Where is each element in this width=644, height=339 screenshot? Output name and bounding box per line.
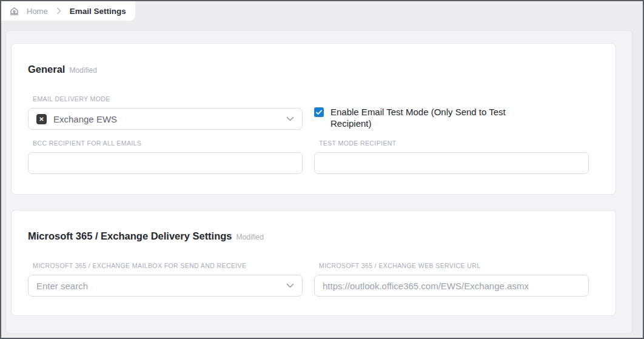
exchange-section-card: Microsoft 365 / Exchange Delivery Settin… — [11, 210, 616, 316]
exchange-mailbox-field: MICROSOFT 365 / EXCHANGE MAILBOX FOR SEN… — [28, 262, 303, 297]
bcc-recipient-field: BCC RECIPIENT FOR ALL EMAILS — [28, 139, 303, 174]
breadcrumb-current-page: Email Settings — [70, 7, 126, 16]
section-title-text: General — [28, 64, 65, 75]
test-mode-recipient-label: TEST MODE RECIPIENT — [319, 139, 589, 147]
test-mode-recipient-input[interactable] — [314, 152, 589, 174]
email-delivery-mode-select[interactable]: ✕ Exchange EWS — [28, 108, 303, 130]
email-test-mode-checkbox[interactable] — [314, 107, 324, 117]
modified-badge: Modified — [69, 66, 96, 75]
email-settings-page: Home Email Settings GeneralModified EMAI… — [0, 0, 644, 339]
web-service-url-input[interactable] — [314, 275, 589, 297]
email-test-mode-group: Enable Email Test Mode (Only Send to Tes… — [314, 106, 589, 130]
web-service-url-label: MICROSOFT 365 / EXCHANGE WEB SERVICE URL — [319, 262, 589, 269]
email-delivery-mode-field: EMAIL DELIVERY MODE ✕ Exchange EWS — [28, 95, 303, 130]
home-icon[interactable] — [9, 6, 19, 16]
general-section-card: GeneralModified EMAIL DELIVERY MODE ✕ Ex… — [11, 43, 616, 195]
bcc-recipient-label: BCC RECIPIENT FOR ALL EMAILS — [33, 139, 303, 147]
chevron-down-icon — [286, 116, 294, 121]
breadcrumb-home-link[interactable]: Home — [27, 7, 48, 16]
modified-badge: Modified — [236, 233, 264, 241]
exchange-mailbox-placeholder: Enter search — [36, 281, 88, 291]
chevron-right-icon — [56, 7, 61, 15]
breadcrumb: Home Email Settings — [1, 1, 135, 21]
exchange-mailbox-select[interactable]: Enter search — [28, 275, 303, 297]
bcc-recipient-input[interactable] — [28, 152, 303, 174]
email-delivery-mode-label: EMAIL DELIVERY MODE — [33, 95, 303, 102]
email-test-mode-label: Enable Email Test Mode (Only Send to Tes… — [330, 106, 528, 129]
clear-selection-icon[interactable]: ✕ — [36, 114, 47, 124]
exchange-section-title: Microsoft 365 / Exchange Delivery Settin… — [12, 210, 615, 243]
general-section-title: GeneralModified — [12, 44, 615, 76]
section-title-text: Microsoft 365 / Exchange Delivery Settin… — [28, 230, 232, 241]
web-service-url-field: MICROSOFT 365 / EXCHANGE WEB SERVICE URL — [314, 262, 589, 297]
chevron-down-icon — [286, 283, 294, 288]
email-delivery-mode-value: Exchange EWS — [53, 114, 117, 124]
settings-panel: GeneralModified EMAIL DELIVERY MODE ✕ Ex… — [5, 30, 632, 334]
exchange-mailbox-label: MICROSOFT 365 / EXCHANGE MAILBOX FOR SEN… — [33, 262, 303, 269]
test-mode-recipient-field: TEST MODE RECIPIENT — [314, 139, 589, 174]
